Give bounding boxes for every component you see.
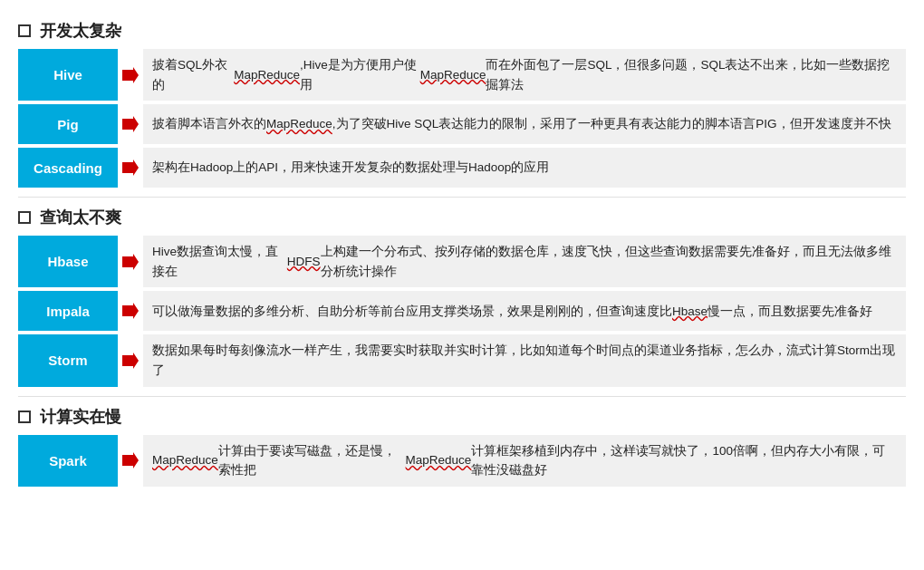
item-label-storm: Storm	[18, 334, 118, 386]
arrow-icon	[120, 351, 140, 371]
desc-text: 慢一点，而且数据要先准备好	[707, 302, 872, 322]
arrow-icon	[120, 158, 140, 178]
svg-marker-4	[122, 303, 139, 319]
item-desc-impala: 可以做海量数据的多维分析、自助分析等前台应用支撑类场景，效果是刚刚的，但查询速度…	[143, 291, 906, 331]
item-row-storm: Storm 数据如果每时每刻像流水一样产生，我需要实时获取并实时计算，比如知道每…	[18, 334, 906, 386]
underlined-term: HDFS	[287, 252, 321, 272]
section-section-dev: 开发太复杂 Hive 披着SQL外衣的MapReduce ,Hive是为方便用户…	[18, 20, 906, 188]
arrow-cell-hbase	[118, 236, 143, 287]
item-desc-hbase: Hive数据查询太慢，直接在HDFS上构建一个分布式、按列存储的数据仓库，速度飞…	[143, 236, 906, 287]
section-section-compute: 计算实在慢 Spark MapReduce计算由于要读写磁盘，还是慢，索性把Ma…	[18, 406, 906, 487]
underlined-term: MapReduce	[406, 450, 472, 470]
item-row-spark: Spark MapReduce计算由于要读写磁盘，还是慢，索性把MapReduc…	[18, 435, 906, 487]
underlined-term: MapReduce	[420, 65, 486, 85]
square-icon	[18, 24, 31, 37]
desc-text: 可以做海量数据的多维分析、自助分析等前台应用支撑类场景，效果是刚刚的，但查询速度…	[152, 302, 672, 322]
section-title-section-compute: 计算实在慢	[18, 406, 906, 428]
item-label-hbase: Hbase	[18, 236, 118, 287]
item-desc-storm: 数据如果每时每刻像流水一样产生，我需要实时获取并实时计算，比如知道每个时间点的渠…	[143, 334, 906, 386]
item-label-pig: Pig	[18, 104, 118, 144]
svg-marker-1	[122, 116, 139, 132]
underlined-term: MapReduce	[152, 450, 218, 470]
arrow-icon	[120, 301, 140, 321]
square-icon	[18, 411, 31, 423]
desc-text: 计算框架移植到内存中，这样读写就快了，100倍啊，但内存大小有限，可靠性没磁盘好	[471, 441, 897, 480]
section-title-text: 开发太复杂	[40, 20, 121, 42]
section-title-section-dev: 开发太复杂	[18, 20, 906, 42]
arrow-icon	[120, 65, 140, 85]
item-label-impala: Impala	[18, 291, 118, 331]
section-divider	[18, 197, 906, 198]
desc-text: 数据如果每时每刻像流水一样产生，我需要实时获取并实时计算，比如知道每个时间点的渠…	[152, 341, 897, 380]
underlined-term: MapReduce	[266, 114, 332, 134]
section-section-query: 查询太不爽 Hbase Hive数据查询太慢，直接在HDFS上构建一个分布式、按…	[18, 207, 906, 386]
item-desc-pig: 披着脚本语言外衣的MapReduce,为了突破Hive SQL表达能力的限制，采…	[143, 104, 906, 144]
desc-text: 架构在Hadoop上的API，用来快速开发复杂的数据处理与Hadoop的应用	[152, 158, 549, 178]
arrow-cell-impala	[118, 291, 143, 331]
svg-marker-2	[122, 159, 139, 176]
item-row-cascading: Cascading 架构在Hadoop上的API，用来快速开发复杂的数据处理与H…	[18, 148, 906, 188]
arrow-cell-hive	[118, 49, 143, 101]
arrow-icon	[120, 450, 140, 470]
desc-text: 计算由于要读写磁盘，还是慢，索性把	[218, 441, 406, 480]
item-row-impala: Impala 可以做海量数据的多维分析、自助分析等前台应用支撑类场景，效果是刚刚…	[18, 291, 906, 331]
svg-marker-3	[122, 254, 139, 270]
svg-marker-5	[122, 353, 139, 369]
item-row-pig: Pig 披着脚本语言外衣的MapReduce,为了突破Hive SQL表达能力的…	[18, 104, 906, 144]
item-row-hbase: Hbase Hive数据查询太慢，直接在HDFS上构建一个分布式、按列存储的数据…	[18, 236, 906, 287]
section-title-text: 查询太不爽	[40, 207, 121, 228]
underlined-term: Hbase	[672, 302, 707, 322]
arrow-cell-spark	[118, 435, 143, 487]
svg-marker-0	[122, 67, 139, 83]
item-desc-hive: 披着SQL外衣的MapReduce ,Hive是为方便用户使用MapReduce…	[143, 49, 906, 101]
arrow-icon	[120, 114, 140, 134]
item-row-hive: Hive 披着SQL外衣的MapReduce ,Hive是为方便用户使用MapR…	[18, 49, 906, 101]
desc-text: Hive数据查询太慢，直接在	[152, 242, 287, 281]
desc-text: ,Hive是为方便用户使用	[300, 55, 420, 94]
svg-marker-6	[122, 452, 139, 469]
desc-text: 披着脚本语言外衣的	[152, 114, 266, 134]
desc-text: 上构建一个分布式、按列存储的数据仓库，速度飞快，但这些查询数据需要先准备好，而且…	[321, 242, 897, 281]
desc-text: 披着SQL外衣的	[152, 55, 234, 94]
item-desc-cascading: 架构在Hadoop上的API，用来快速开发复杂的数据处理与Hadoop的应用	[143, 148, 906, 188]
item-desc-spark: MapReduce计算由于要读写磁盘，还是慢，索性把MapReduce计算框架移…	[143, 435, 906, 487]
section-divider	[18, 396, 906, 397]
item-label-cascading: Cascading	[18, 148, 118, 188]
desc-text: 而在外面包了一层SQL，但很多问题，SQL表达不出来，比如一些数据挖掘算法	[486, 55, 897, 94]
item-label-spark: Spark	[18, 435, 118, 487]
arrow-cell-pig	[118, 104, 143, 144]
arrow-cell-storm	[118, 334, 143, 386]
item-label-hive: Hive	[18, 49, 118, 101]
arrow-icon	[120, 252, 140, 272]
underlined-term: MapReduce	[234, 65, 300, 85]
desc-text: ,为了突破Hive SQL表达能力的限制，采用了一种更具有表达能力的脚本语言PI…	[332, 114, 891, 134]
section-title-text: 计算实在慢	[40, 406, 121, 428]
square-icon	[18, 211, 31, 224]
section-title-section-query: 查询太不爽	[18, 207, 906, 228]
arrow-cell-cascading	[118, 148, 143, 188]
